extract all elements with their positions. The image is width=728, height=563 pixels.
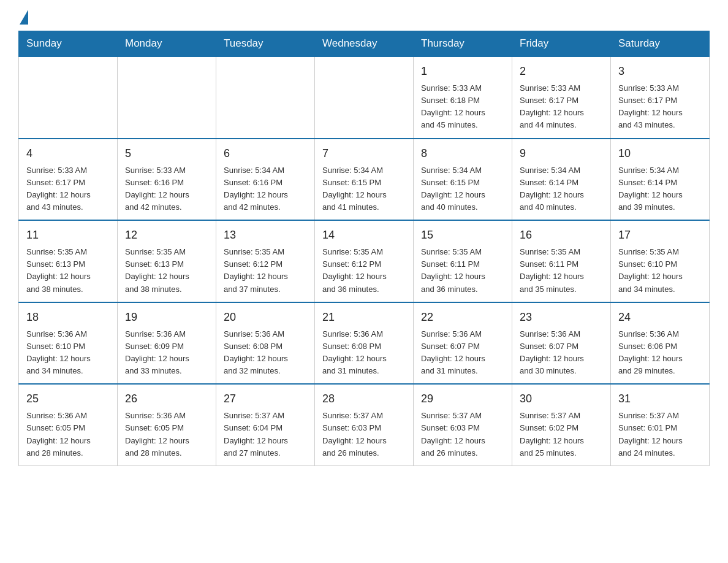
column-header-tuesday: Tuesday: [216, 31, 315, 57]
calendar-cell-21: 17Sunrise: 5:35 AM Sunset: 6:10 PM Dayli…: [611, 220, 710, 302]
day-number: 10: [618, 145, 702, 162]
day-info: Sunrise: 5:36 AM Sunset: 6:08 PM Dayligh…: [322, 328, 406, 378]
day-info: Sunrise: 5:36 AM Sunset: 6:10 PM Dayligh…: [26, 328, 110, 378]
calendar-cell-34: 30Sunrise: 5:37 AM Sunset: 6:02 PM Dayli…: [512, 384, 611, 465]
day-info: Sunrise: 5:36 AM Sunset: 6:05 PM Dayligh…: [26, 410, 110, 459]
day-number: 14: [322, 227, 406, 243]
calendar-cell-28: 24Sunrise: 5:36 AM Sunset: 6:06 PM Dayli…: [611, 302, 710, 385]
day-info: Sunrise: 5:36 AM Sunset: 6:09 PM Dayligh…: [125, 328, 208, 378]
day-info: Sunrise: 5:36 AM Sunset: 6:07 PM Dayligh…: [421, 328, 504, 378]
day-number: 30: [520, 391, 603, 407]
day-info: Sunrise: 5:35 AM Sunset: 6:12 PM Dayligh…: [322, 246, 406, 296]
week-row-2: 4Sunrise: 5:33 AM Sunset: 6:17 PM Daylig…: [19, 139, 710, 221]
day-info: Sunrise: 5:33 AM Sunset: 6:17 PM Dayligh…: [618, 82, 702, 132]
calendar-cell-33: 29Sunrise: 5:37 AM Sunset: 6:03 PM Dayli…: [414, 384, 512, 465]
calendar-cell-11: 7Sunrise: 5:34 AM Sunset: 6:15 PM Daylig…: [315, 139, 414, 221]
logo-triangle-icon: [20, 10, 28, 25]
calendar-cell-31: 27Sunrise: 5:37 AM Sunset: 6:04 PM Dayli…: [216, 384, 315, 465]
day-number: 29: [421, 391, 504, 407]
calendar-cell-26: 22Sunrise: 5:36 AM Sunset: 6:07 PM Dayli…: [414, 302, 512, 385]
column-header-wednesday: Wednesday: [315, 31, 414, 57]
calendar-cell-1: [19, 56, 118, 139]
day-info: Sunrise: 5:35 AM Sunset: 6:11 PM Dayligh…: [421, 246, 504, 296]
day-number: 3: [618, 63, 702, 80]
calendar-cell-19: 15Sunrise: 5:35 AM Sunset: 6:11 PM Dayli…: [414, 220, 512, 302]
calendar-cell-35: 31Sunrise: 5:37 AM Sunset: 6:01 PM Dayli…: [611, 384, 710, 465]
day-info: Sunrise: 5:35 AM Sunset: 6:12 PM Dayligh…: [224, 246, 307, 296]
calendar-cell-30: 26Sunrise: 5:36 AM Sunset: 6:05 PM Dayli…: [118, 384, 216, 465]
day-number: 22: [421, 309, 504, 326]
calendar-cell-17: 13Sunrise: 5:35 AM Sunset: 6:12 PM Dayli…: [216, 220, 315, 302]
day-info: Sunrise: 5:37 AM Sunset: 6:01 PM Dayligh…: [618, 410, 702, 459]
day-info: Sunrise: 5:37 AM Sunset: 6:04 PM Dayligh…: [224, 410, 307, 459]
calendar-cell-18: 14Sunrise: 5:35 AM Sunset: 6:12 PM Dayli…: [315, 220, 414, 302]
calendar-cell-15: 11Sunrise: 5:35 AM Sunset: 6:13 PM Dayli…: [19, 220, 118, 302]
logo: [18, 12, 28, 25]
day-info: Sunrise: 5:36 AM Sunset: 6:06 PM Dayligh…: [618, 328, 702, 378]
calendar-cell-27: 23Sunrise: 5:36 AM Sunset: 6:07 PM Dayli…: [512, 302, 611, 385]
day-info: Sunrise: 5:36 AM Sunset: 6:07 PM Dayligh…: [520, 328, 603, 378]
day-info: Sunrise: 5:35 AM Sunset: 6:13 PM Dayligh…: [125, 246, 208, 296]
day-info: Sunrise: 5:33 AM Sunset: 6:18 PM Dayligh…: [421, 82, 504, 132]
day-number: 13: [224, 227, 307, 243]
day-info: Sunrise: 5:37 AM Sunset: 6:02 PM Dayligh…: [520, 410, 603, 459]
day-info: Sunrise: 5:34 AM Sunset: 6:14 PM Dayligh…: [618, 164, 702, 214]
week-row-1: 1Sunrise: 5:33 AM Sunset: 6:18 PM Daylig…: [19, 56, 710, 139]
day-info: Sunrise: 5:34 AM Sunset: 6:14 PM Dayligh…: [520, 164, 603, 214]
day-info: Sunrise: 5:36 AM Sunset: 6:08 PM Dayligh…: [224, 328, 307, 378]
day-info: Sunrise: 5:34 AM Sunset: 6:15 PM Dayligh…: [322, 164, 406, 214]
day-info: Sunrise: 5:34 AM Sunset: 6:15 PM Dayligh…: [421, 164, 504, 214]
calendar-cell-4: [315, 56, 414, 139]
column-header-sunday: Sunday: [19, 31, 118, 57]
day-info: Sunrise: 5:37 AM Sunset: 6:03 PM Dayligh…: [322, 410, 406, 459]
calendar-cell-14: 10Sunrise: 5:34 AM Sunset: 6:14 PM Dayli…: [611, 139, 710, 221]
day-info: Sunrise: 5:34 AM Sunset: 6:16 PM Dayligh…: [224, 164, 307, 214]
calendar-cell-9: 5Sunrise: 5:33 AM Sunset: 6:16 PM Daylig…: [118, 139, 216, 221]
column-header-monday: Monday: [118, 31, 216, 57]
day-number: 15: [421, 227, 504, 243]
day-number: 28: [322, 391, 406, 407]
day-number: 4: [26, 145, 110, 162]
calendar-header-row: SundayMondayTuesdayWednesdayThursdayFrid…: [19, 31, 710, 57]
week-row-3: 11Sunrise: 5:35 AM Sunset: 6:13 PM Dayli…: [19, 220, 710, 302]
calendar-cell-5: 1Sunrise: 5:33 AM Sunset: 6:18 PM Daylig…: [414, 56, 512, 139]
day-number: 18: [26, 309, 110, 326]
day-number: 20: [224, 309, 307, 326]
calendar-cell-23: 19Sunrise: 5:36 AM Sunset: 6:09 PM Dayli…: [118, 302, 216, 385]
day-number: 2: [520, 63, 603, 80]
day-info: Sunrise: 5:33 AM Sunset: 6:16 PM Dayligh…: [125, 164, 208, 214]
day-number: 23: [520, 309, 603, 326]
day-number: 26: [125, 391, 208, 407]
week-row-5: 25Sunrise: 5:36 AM Sunset: 6:05 PM Dayli…: [19, 384, 710, 465]
day-info: Sunrise: 5:36 AM Sunset: 6:05 PM Dayligh…: [125, 410, 208, 459]
calendar-cell-12: 8Sunrise: 5:34 AM Sunset: 6:15 PM Daylig…: [414, 139, 512, 221]
day-number: 11: [26, 227, 110, 243]
day-info: Sunrise: 5:35 AM Sunset: 6:10 PM Dayligh…: [618, 246, 702, 296]
calendar-cell-3: [216, 56, 315, 139]
calendar-cell-8: 4Sunrise: 5:33 AM Sunset: 6:17 PM Daylig…: [19, 139, 118, 221]
calendar-cell-20: 16Sunrise: 5:35 AM Sunset: 6:11 PM Dayli…: [512, 220, 611, 302]
calendar-cell-32: 28Sunrise: 5:37 AM Sunset: 6:03 PM Dayli…: [315, 384, 414, 465]
column-header-saturday: Saturday: [611, 31, 710, 57]
calendar-cell-6: 2Sunrise: 5:33 AM Sunset: 6:17 PM Daylig…: [512, 56, 611, 139]
calendar-table: SundayMondayTuesdayWednesdayThursdayFrid…: [18, 31, 710, 466]
calendar-cell-29: 25Sunrise: 5:36 AM Sunset: 6:05 PM Dayli…: [19, 384, 118, 465]
calendar-cell-25: 21Sunrise: 5:36 AM Sunset: 6:08 PM Dayli…: [315, 302, 414, 385]
day-number: 7: [322, 145, 406, 162]
calendar-cell-16: 12Sunrise: 5:35 AM Sunset: 6:13 PM Dayli…: [118, 220, 216, 302]
column-header-friday: Friday: [512, 31, 611, 57]
calendar-cell-24: 20Sunrise: 5:36 AM Sunset: 6:08 PM Dayli…: [216, 302, 315, 385]
day-info: Sunrise: 5:35 AM Sunset: 6:13 PM Dayligh…: [26, 246, 110, 296]
day-number: 8: [421, 145, 504, 162]
calendar-cell-10: 6Sunrise: 5:34 AM Sunset: 6:16 PM Daylig…: [216, 139, 315, 221]
day-number: 24: [618, 309, 702, 326]
calendar-cell-22: 18Sunrise: 5:36 AM Sunset: 6:10 PM Dayli…: [19, 302, 118, 385]
day-info: Sunrise: 5:37 AM Sunset: 6:03 PM Dayligh…: [421, 410, 504, 459]
calendar-cell-13: 9Sunrise: 5:34 AM Sunset: 6:14 PM Daylig…: [512, 139, 611, 221]
day-number: 17: [618, 227, 702, 243]
week-row-4: 18Sunrise: 5:36 AM Sunset: 6:10 PM Dayli…: [19, 302, 710, 385]
day-info: Sunrise: 5:33 AM Sunset: 6:17 PM Dayligh…: [520, 82, 603, 132]
day-number: 16: [520, 227, 603, 243]
day-number: 12: [125, 227, 208, 243]
day-info: Sunrise: 5:35 AM Sunset: 6:11 PM Dayligh…: [520, 246, 603, 296]
